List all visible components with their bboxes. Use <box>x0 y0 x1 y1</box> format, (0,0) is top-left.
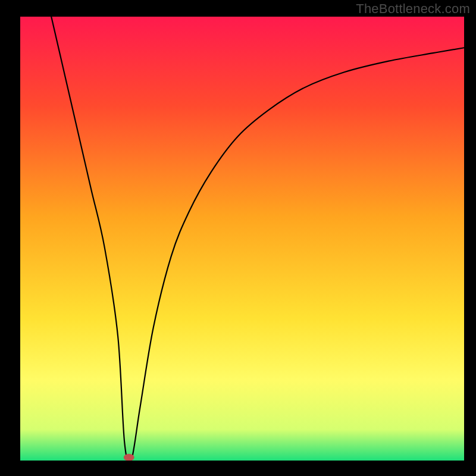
watermark-text: TheBottleneck.com <box>356 1 470 17</box>
chart-frame: TheBottleneck.com <box>0 0 476 476</box>
gradient-background <box>20 17 464 461</box>
chart-svg <box>20 17 464 461</box>
plot-area <box>20 17 464 461</box>
